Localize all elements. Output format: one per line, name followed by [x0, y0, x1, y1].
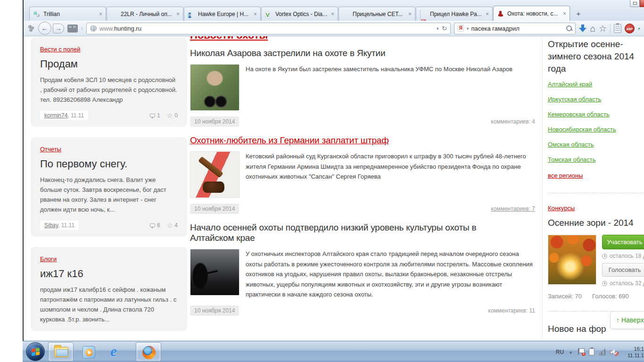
tab-title: Hawke Europe | H... — [198, 11, 251, 17]
new-tab-button[interactable]: + — [572, 9, 585, 18]
address-bar[interactable]: www. hunting.ru ▾ ↻ — [86, 23, 451, 34]
article-date: 10 ноября 2014 — [190, 116, 239, 127]
bookmark-star-icon[interactable]: ☆ — [599, 24, 607, 33]
all-regions-link[interactable]: все регионы — [548, 172, 583, 179]
author-pill: kormin74, 11.11 — [40, 111, 88, 120]
article-comments-link[interactable]: комментариев: 11 — [488, 307, 535, 314]
tab-groups-icon[interactable] — [27, 25, 35, 32]
search-bar[interactable]: Я ▾ пасека гамадрил — [454, 23, 576, 34]
tab-close-icon[interactable]: × — [563, 11, 566, 16]
card-title[interactable]: иж17 к16 — [40, 268, 178, 280]
article-comments-link[interactable]: комментариев: 7 — [491, 206, 535, 212]
dashed-divider — [548, 193, 644, 193]
downloads-icon[interactable] — [579, 24, 586, 33]
region-link-altai[interactable]: Алтайский край — [548, 81, 644, 88]
taskbar-clock[interactable]: 16:1 11.11.1 — [623, 346, 644, 359]
titlebar[interactable]: Trillian × 22LR - Личный оп... × H Hawke… — [24, 0, 644, 21]
network-signal-icon[interactable] — [599, 349, 605, 355]
taskbar-firefox-button[interactable] — [136, 342, 161, 362]
taskbar-internet-explorer-button[interactable]: e — [106, 342, 131, 362]
tab-close-icon[interactable]: × — [331, 11, 334, 17]
volume-muted-icon[interactable] — [610, 348, 618, 355]
article-title[interactable]: Охотник-любитель из Германии заплатит шт… — [190, 135, 535, 146]
firefox-window: Trillian × 22LR - Личный оп... × H Hawke… — [23, 0, 644, 341]
search-engine-dropdown-icon[interactable]: ▾ — [466, 26, 469, 31]
search-icon[interactable] — [566, 25, 572, 32]
tray-clipboard-icon[interactable] — [589, 348, 594, 355]
tab-close-icon[interactable]: × — [176, 11, 180, 17]
library-icon[interactable] — [67, 25, 78, 33]
article-title[interactable]: Николая Азарова застрелили на охоте в Як… — [190, 48, 535, 58]
article-image-gavel[interactable] — [190, 151, 239, 198]
home-icon[interactable]: ⌂ — [590, 24, 595, 33]
search-query[interactable]: пасека гамадрил — [471, 25, 564, 32]
region-link-novosibirsk[interactable]: Новосибирская область — [548, 126, 644, 133]
forum-card[interactable]: Вести с полей Продам Продам кобеля ЗСЛ 1… — [31, 37, 187, 127]
article-comments-link[interactable]: комментариев: 4 — [491, 118, 535, 125]
participate-button[interactable]: Участвовать — [602, 235, 644, 249]
language-indicator[interactable]: RU — [556, 349, 564, 355]
close-button[interactable] — [640, 0, 644, 7]
tab-hawke-scope[interactable]: TOP Прицел Hawke Ра... × — [416, 7, 493, 21]
tab-title: 22LR - Личный оп... — [121, 11, 173, 17]
author-link[interactable]: kormin74 — [44, 112, 67, 119]
clock-icon — [602, 254, 607, 259]
restore-button[interactable] — [630, 0, 640, 7]
article-image-hunter-silhouette[interactable] — [190, 249, 239, 296]
reload-icon[interactable]: ↻ — [442, 25, 447, 32]
card-body: продам иж17 калибр16 с сейфом . кожаным … — [40, 285, 178, 324]
hunting-icon — [497, 10, 504, 17]
taskbar-media-player-button[interactable] — [76, 342, 102, 362]
yandex-engine-icon[interactable]: Я — [457, 25, 464, 32]
region-link-irkutsk[interactable]: Иркутская область — [548, 96, 644, 103]
tab-vortex[interactable]: V Vortex Optics - Dia... × — [261, 7, 338, 21]
start-button[interactable] — [26, 342, 45, 361]
card-title[interactable]: Продам — [40, 58, 178, 70]
vote-button[interactable]: Голосовать — [602, 263, 644, 277]
tab-close-icon[interactable]: × — [99, 11, 102, 17]
tab-title: Прицел Hawke Ра... — [430, 11, 483, 17]
card-category-link[interactable]: Блоги — [40, 255, 57, 263]
forum-card[interactable]: Отчеты По первому снегу. Наконец-то дожд… — [31, 137, 187, 237]
adblock-icon[interactable]: ABP — [625, 24, 635, 33]
tab-hawke[interactable]: H Hawke Europe | H... × — [184, 7, 261, 21]
tab-close-icon[interactable]: × — [408, 11, 412, 17]
tab-close-icon[interactable]: × — [254, 11, 257, 17]
forum-card[interactable]: Блоги иж17 к16 продам иж17 калибр16 с се… — [31, 247, 187, 331]
system-tray: RU ▲ ✕ 16:1 11.11.1 — [556, 341, 644, 362]
contests-link[interactable]: Конкурсы — [548, 205, 575, 212]
action-center-flag-icon[interactable]: ✕ — [578, 348, 584, 355]
stars-count: 0 — [174, 112, 178, 119]
tab-reticles[interactable]: Прицельные СЕТ... × — [339, 7, 415, 21]
region-link-omsk[interactable]: Омская область — [548, 141, 644, 148]
article-image-hunter-shotgun[interactable] — [190, 64, 239, 111]
back-button[interactable]: ← — [38, 22, 51, 35]
tab-trillian[interactable]: Trillian × — [29, 7, 106, 21]
article-title[interactable]: Начало осенней охоты подтвердило низкий … — [190, 222, 511, 243]
bookmarks-list-icon[interactable] — [614, 24, 621, 33]
season-title: Открытие осенне-зимнего сезона 2014 года — [548, 38, 644, 75]
participate-timer: осталось 18 дн — [602, 253, 644, 259]
taskbar-explorer-button[interactable] — [48, 342, 74, 362]
card-title[interactable]: По первому снегу. — [40, 158, 178, 170]
back-to-top-button[interactable]: ↑ Наверх — [610, 311, 644, 329]
card-category-link[interactable]: Вести с полей — [40, 46, 80, 53]
card-body: Продам кобеля ЗСЛ 10 месяцев с родословн… — [40, 75, 178, 105]
tray-expand-icon[interactable]: ▲ — [569, 350, 573, 354]
contest-title[interactable]: Осенние зори - 2014 — [548, 218, 644, 228]
tab-close-icon[interactable]: × — [486, 11, 489, 17]
url-domain: hunting.ru — [114, 25, 141, 32]
author-link[interactable]: Sibay — [44, 222, 58, 229]
contest-image-autumn[interactable] — [548, 235, 596, 285]
folder-icon — [54, 347, 68, 357]
region-link-kemerovo[interactable]: Кемеровская область — [548, 111, 644, 118]
adblock-dropdown-icon[interactable]: ▾ — [638, 26, 640, 31]
right-sidebar: Открытие осенне-зимнего сезона 2014 года… — [548, 36, 644, 341]
urlbar-dropdown-icon[interactable]: ▾ — [437, 26, 439, 31]
news-section-title[interactable]: Новости охоты — [190, 36, 268, 41]
tab-hunting-active[interactable]: Охота: новости, с... × — [493, 6, 570, 21]
forward-button[interactable]: → — [53, 24, 64, 33]
card-category-link[interactable]: Отчеты — [40, 146, 61, 153]
region-link-tomsk[interactable]: Томская область — [548, 156, 644, 163]
tab-22lr[interactable]: 22LR - Личный оп... × — [107, 7, 183, 21]
